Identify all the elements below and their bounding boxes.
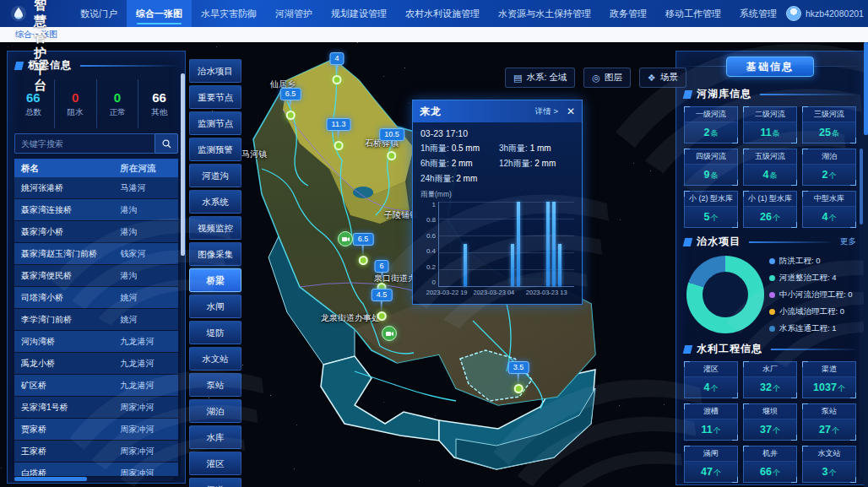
nav-item-1[interactable]: 数说门户 [71,0,127,27]
layer-menu-item[interactable]: 河道沟 [189,164,241,187]
rain-metric: 6h雨量: 2 mm [420,158,496,170]
section-icon [683,345,692,354]
table-row[interactable]: 河沟湾桥九龙港河 [14,331,178,352]
camera-marker[interactable] [338,231,353,246]
river-name-cell: 九龙港河 [116,331,178,352]
nav-item-2[interactable]: 综合一张图 [127,0,192,27]
card-value: 5个 [685,207,737,227]
table-row[interactable]: 聂家湾赵玉湾门前桥钱家河 [14,243,178,264]
layer-menu-item[interactable]: 图像采集 [189,242,241,266]
layer-menu-item[interactable]: 重要节点 [189,85,241,109]
card-unit: 个 [773,214,780,222]
layer-menu-item[interactable]: 监测预警 [189,138,241,161]
water-level-marker[interactable]: 6 [374,260,388,292]
river-name-cell: 马港河 [116,177,178,198]
bridge-name-cell: 李学湾门前桥 [14,309,116,330]
table-horizontal-scrollbar[interactable] [14,477,173,481]
legend-dot [769,275,775,281]
scrollbar-thumb[interactable] [181,73,185,256]
water-level-marker[interactable]: 10.5 [379,128,404,160]
basic-info-tab[interactable]: 基础信息 [726,57,814,77]
layer-menu-item[interactable]: 治水项目 [189,59,241,83]
bridge-table: 桥名所在河流 姚河张港桥马港河聂家湾连接桥港沟聂家湾小桥港沟聂家湾赵玉湾门前桥钱… [14,159,178,476]
layer-menu-item[interactable]: 桥梁 [189,268,241,292]
scrollbar-thumb[interactable] [14,477,87,481]
stat-label: 阻水 [68,107,84,118]
table-row[interactable]: 司塔湾小桥姚河 [14,287,178,308]
layer-menu-item[interactable]: 泵站 [189,373,241,397]
scene-button[interactable]: ❖场景 [639,68,686,88]
search-button[interactable] [155,133,178,154]
card-unit: 条 [773,129,780,138]
camera-icon [342,236,350,242]
layer-menu-item[interactable]: 渠道 [189,478,241,487]
layer-menu-item[interactable]: 湖泊 [189,399,241,423]
marker-stem [290,100,291,111]
card-label: 湖泊 [803,149,855,165]
layer-menu-item[interactable]: 灌区 [189,452,241,475]
popup-detail-link[interactable]: 详情 > [535,106,558,117]
bridge-name-cell: 司塔湾小桥 [14,287,116,308]
table-row[interactable]: 聂家湾连接桥港沟 [14,199,178,220]
layer-menu-item[interactable]: 水文站 [189,347,241,371]
project-section-title: 治水项目 [697,235,741,249]
water-scope-button[interactable]: ▤水系: 全域 [505,68,575,88]
bridge-name-cell: 姚河张港桥 [14,177,116,198]
table-row[interactable]: 李学湾门前桥姚河 [14,309,178,330]
table-row[interactable]: 禹龙小桥九龙港河 [14,353,178,374]
layers-button[interactable]: ◎图层 [583,68,631,88]
info-card: 湖泊2个 [802,149,856,186]
table-row[interactable]: 王家桥周家冲河 [14,441,178,462]
scrollbar-thumb[interactable] [860,149,863,225]
layer-menu-item[interactable]: 水闸 [189,295,241,318]
layer-menu-item[interactable]: 监测节点 [189,111,241,135]
project-legend: 防洪工程: 0河道整治工程: 4中小河流治理工程: 0小流域治理工程: 0水系连… [769,256,857,334]
dashboard-root: { "app": { "title": "水系连通智慧管护平台", "user"… [0,0,868,487]
page-scrollbar[interactable] [864,42,868,487]
table-row[interactable]: 姚河张港桥马港河 [14,177,178,198]
layer-menu-item[interactable]: 水库 [189,425,241,449]
marker-value: 11.3 [327,118,351,131]
card-label: 泵站 [803,404,855,419]
layer-menu-item[interactable]: 视频监控 [189,216,241,240]
water-level-marker[interactable]: 11.3 [327,118,351,150]
marker-value: 3.5 [508,361,529,374]
nav-item-5[interactable]: 规划建设管理 [322,0,396,27]
nav-item-7[interactable]: 水资源与水土保持管理 [489,0,600,27]
nav-item-8[interactable]: 政务管理 [600,0,656,27]
bridge-stat: 0阻水 [55,79,97,128]
layer-menu-item[interactable]: 堤防 [189,321,241,344]
marker-value: 6 [374,260,388,273]
scrollbar-thumb[interactable] [864,42,868,135]
table-row[interactable]: 贾家桥周家冲河 [14,419,178,440]
table-row[interactable]: 矿区桥九龙港河 [14,375,178,396]
camera-marker[interactable] [382,326,397,341]
facility-section-title: 水利工程信息 [697,342,762,356]
nav-item-4[interactable]: 河湖管护 [266,0,322,27]
nav-item-9[interactable]: 移动工作管理 [656,0,730,27]
rain-chart-yaxis: 10.80.60.40.20 [420,202,438,286]
search-input[interactable] [14,133,155,154]
legend-dot [769,326,775,332]
layer-menu-item[interactable]: 水系统 [189,190,241,214]
panel-scrollbar[interactable] [860,102,863,476]
water-level-marker[interactable]: 6.5 [353,233,374,265]
card-value: 66个 [744,462,796,482]
table-vertical-scrollbar[interactable] [181,72,185,476]
water-level-marker[interactable]: 4 [329,52,344,84]
nav-item-6[interactable]: 农村水利设施管理 [396,0,489,27]
river-name-cell: 周家冲河 [116,397,178,418]
table-row[interactable]: 聂家湾便民桥港沟 [14,265,178,286]
table-row[interactable]: 白塔桥周家冲河 [14,463,178,476]
nav-item-10[interactable]: 系统管理 [730,0,786,27]
close-icon[interactable]: ✕ [567,106,575,116]
nav-item-3[interactable]: 水旱灾害防御 [192,0,266,27]
user-menu[interactable]: hkzb42080201 ▼ [786,6,868,21]
table-row[interactable]: 聂家湾小桥港沟 [14,221,178,242]
water-level-marker[interactable]: 3.5 [508,361,529,393]
table-row[interactable]: 吴家湾1号桥周家冲河 [14,397,178,418]
water-level-marker[interactable]: 6.5 [280,88,301,120]
more-link[interactable]: 更多 [840,236,856,247]
water-level-marker[interactable]: 4.5 [372,289,393,321]
marker-dot [513,384,523,393]
